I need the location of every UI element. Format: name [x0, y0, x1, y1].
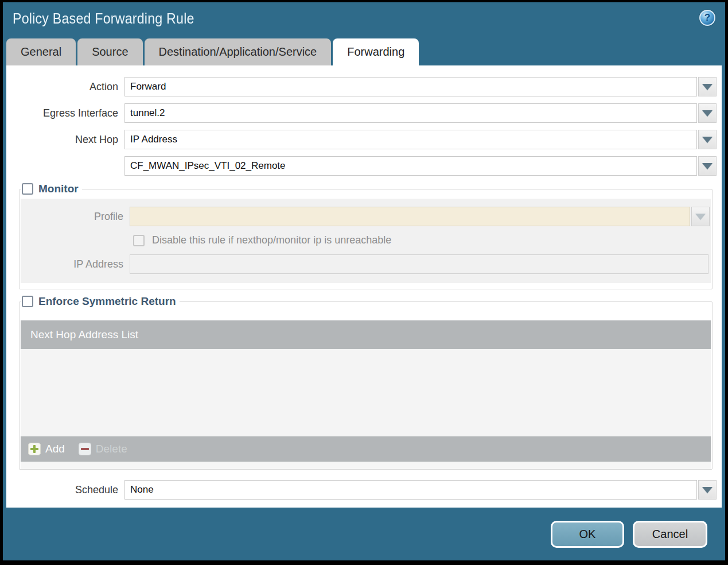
tab-content-forwarding: Action Egress Interface Next Hop [6, 65, 722, 508]
monitor-legend: Monitor [21, 183, 82, 195]
egress-interface-row: Egress Interface [6, 103, 717, 123]
table-footer: Add Delete [21, 436, 711, 462]
schedule-row: Schedule [6, 480, 717, 500]
monitor-ip-address-row: IP Address [21, 254, 710, 274]
dialog-title: Policy Based Forwarding Rule [13, 10, 194, 27]
symmetric-return-legend-label: Enforce Symmetric Return [38, 295, 176, 308]
egress-interface-label: Egress Interface [6, 107, 124, 119]
dialog-footer: OK Cancel [3, 508, 725, 560]
monitor-fieldset: Monitor Profile Disable this rule if nex… [19, 183, 713, 289]
next-hop-type-input[interactable] [124, 130, 697, 149]
tab-destination-application-service[interactable]: Destination/Application/Service [145, 38, 332, 65]
add-button[interactable]: Add [28, 443, 65, 455]
tab-general[interactable]: General [6, 38, 76, 65]
monitor-panel: Profile Disable this rule if nexthop/mon… [21, 199, 711, 283]
chevron-down-icon [702, 84, 713, 90]
next-hop-address-dropdown-button[interactable] [698, 156, 717, 176]
delete-button-label: Delete [96, 443, 127, 455]
delete-button: Delete [79, 443, 127, 455]
dialog-titlebar: Policy Based Forwarding Rule ? [3, 2, 725, 38]
profile-row: Profile [21, 207, 710, 226]
profile-label: Profile [21, 211, 130, 223]
schedule-input[interactable] [124, 480, 697, 500]
cancel-button[interactable]: Cancel [633, 521, 707, 548]
ok-button[interactable]: OK [551, 521, 624, 548]
next-hop-label: Next Hop [6, 134, 124, 146]
disable-rule-checkbox [133, 235, 145, 246]
pbf-rule-dialog: Policy Based Forwarding Rule ? General S… [3, 2, 725, 560]
plus-icon [28, 443, 41, 455]
tab-forwarding[interactable]: Forwarding [333, 38, 419, 65]
help-icon[interactable]: ? [699, 10, 715, 26]
egress-interface-dropdown-button[interactable] [698, 103, 717, 123]
action-row: Action [6, 77, 717, 96]
profile-input [130, 207, 690, 226]
chevron-down-icon [702, 110, 713, 117]
action-input[interactable] [124, 77, 697, 96]
disable-rule-label: Disable this rule if nexthop/monitor ip … [152, 234, 391, 246]
chevron-down-icon [695, 214, 706, 220]
action-dropdown-button[interactable] [698, 77, 717, 96]
schedule-dropdown-button[interactable] [698, 480, 717, 500]
symmetric-return-fieldset: Enforce Symmetric Return Next Hop Addres… [19, 295, 713, 470]
table-body-empty[interactable] [21, 349, 711, 436]
add-button-label: Add [45, 443, 65, 455]
table-header-next-hop-address-list: Next Hop Address List [21, 320, 711, 349]
monitor-checkbox[interactable] [22, 183, 33, 195]
chevron-down-icon [702, 163, 713, 169]
disable-rule-row: Disable this rule if nexthop/monitor ip … [133, 234, 710, 246]
symmetric-return-legend: Enforce Symmetric Return [21, 295, 180, 308]
egress-interface-input[interactable] [124, 103, 697, 123]
schedule-label: Schedule [6, 484, 124, 496]
tab-bar: General Source Destination/Application/S… [3, 38, 725, 65]
next-hop-address-input[interactable] [124, 156, 697, 176]
symmetric-return-checkbox[interactable] [22, 296, 33, 307]
next-hop-address-row [6, 156, 717, 176]
table-bottom-strip [21, 462, 711, 469]
chevron-down-icon [702, 487, 713, 493]
monitor-ip-address-input [130, 254, 708, 274]
profile-dropdown-button [691, 207, 710, 226]
help-glyph: ? [704, 12, 710, 24]
monitor-ip-address-label: IP Address [21, 258, 130, 270]
action-label: Action [6, 81, 124, 93]
chevron-down-icon [702, 137, 713, 143]
next-hop-address-list-table: Next Hop Address List Add Delete [21, 320, 711, 469]
monitor-legend-label: Monitor [38, 183, 79, 195]
next-hop-dropdown-button[interactable] [698, 130, 717, 149]
tab-source[interactable]: Source [77, 38, 142, 65]
next-hop-row: Next Hop [6, 130, 717, 149]
minus-icon [79, 443, 91, 455]
